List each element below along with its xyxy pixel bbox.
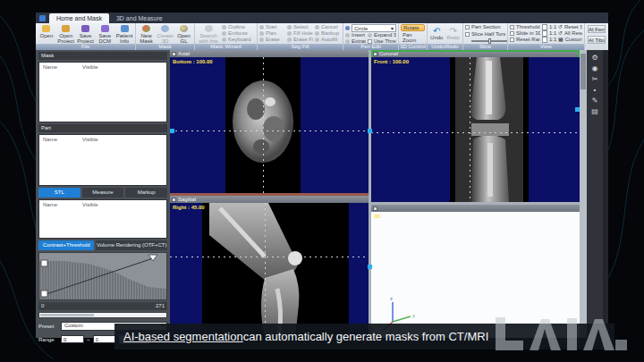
coronal-crosshair-vertical (470, 57, 470, 202)
tab-measure[interactable]: Measure (82, 188, 124, 198)
tab-volume-rendering[interactable]: Volume Rendering (OTF+CT) (96, 240, 167, 250)
redo-button[interactable]: ↷Redo (447, 27, 460, 40)
slide-in-3d-checkbox[interactable]: Slide in 3D (510, 30, 540, 37)
pen-tool-icon (345, 26, 350, 30)
histogram-scrollbar[interactable] (38, 312, 167, 318)
histogram-bottom-handle[interactable] (41, 290, 47, 297)
ai-femur-button[interactable]: AI Femur (588, 25, 606, 33)
tab-contrast-threshold[interactable]: Contrast+Threshold (38, 240, 94, 250)
outline-button[interactable]: Outline (222, 24, 255, 30)
target-icon[interactable]: ◉ (592, 64, 598, 72)
sagittal-crosshair-vertical (265, 203, 266, 338)
save-project-button[interactable]: Save Project (77, 24, 95, 43)
slider-thumb[interactable] (488, 38, 491, 44)
ai-tibia-button[interactable]: AI Tibia (588, 36, 606, 44)
threshold-checkbox[interactable]: Threshold (510, 24, 540, 30)
custom-toolbar-button[interactable]: ▦Custom Toolbar (558, 37, 582, 43)
viewport-axial[interactable]: Axial Bottom : 100.00 (170, 50, 369, 193)
group-label-mask: Mask (136, 44, 194, 50)
shape-dropdown[interactable]: Circle▾ (352, 24, 396, 32)
zoom-button[interactable]: Zoom (401, 38, 425, 43)
plan-button[interactable]: Plan (259, 30, 285, 37)
emboss-button[interactable]: Emboss (222, 30, 255, 37)
open-button[interactable]: Open (38, 24, 55, 43)
cancel-button[interactable]: Cancel (315, 24, 341, 30)
histogram-left-handle[interactable] (41, 260, 47, 266)
slice-half-tone-checkbox[interactable]: Slice Half Tone (465, 31, 505, 38)
cut-icon[interactable]: ✂ (592, 75, 598, 83)
expand-slice-button[interactable]: Expand Slice (368, 32, 396, 38)
all-reset-button[interactable]: ↺All Reset (558, 30, 582, 37)
scale-max: 271 (156, 302, 165, 310)
pan-button[interactable]: Pan (401, 31, 425, 37)
histogram-top-handle[interactable] (148, 255, 157, 261)
histogram-canvas[interactable] (38, 252, 167, 300)
axis-z-label: z (390, 296, 393, 301)
tab-markup[interactable]: Markup (125, 188, 167, 198)
stl-list[interactable]: NameVisible (38, 199, 167, 239)
slice-handle-lower[interactable] (368, 265, 372, 269)
part-section-checkbox[interactable]: Part Section (465, 24, 505, 30)
viewport-sagittal[interactable]: Sagittal Right : 45.00 (170, 196, 369, 338)
erase-button[interactable]: Erase (259, 37, 285, 43)
slice-handle-right[interactable] (575, 107, 580, 112)
viewport-coronal[interactable]: Coronal Front : 100.00 (371, 50, 580, 202)
tab-3d-and-measure[interactable]: 3D and Measure (109, 13, 170, 23)
point-icon[interactable]: • (594, 86, 597, 94)
half-tone-slider[interactable] (471, 40, 507, 42)
horizontal-splitter-right[interactable] (371, 202, 580, 205)
part-list[interactable]: NameVisible (38, 134, 167, 186)
undo-arrow-icon: ↶ (433, 27, 440, 35)
save-dcm-button[interactable]: Save DCM (96, 24, 114, 43)
ribbon: Open Open Project Save Project Save DCM … (36, 23, 608, 50)
ratio-1-1-b-button[interactable]: 1:1 (542, 30, 556, 37)
backup-button[interactable]: Backup (315, 30, 341, 37)
autofill-icon (315, 38, 319, 42)
start-button[interactable]: Start (259, 24, 285, 30)
reset-range-checkbox[interactable]: Reset Range (510, 37, 540, 43)
scrollbar-thumb[interactable] (40, 314, 94, 316)
erase-fill-icon (287, 38, 292, 42)
preset-label: Preset (38, 324, 58, 329)
right-scrollbar-thumb[interactable] (580, 54, 586, 89)
select-button[interactable]: Select (287, 24, 313, 30)
search-with-this-button[interactable]: Search with this (197, 24, 220, 43)
open-project-button[interactable]: Open Project (57, 24, 75, 43)
report-icon[interactable]: ▤ (591, 107, 598, 115)
open-gl-button[interactable]: Open GL (175, 24, 192, 43)
mask-list[interactable]: NameVisible (38, 62, 167, 122)
ribbon-group-view: Threshold Slide in 3D Reset Range 1:1 1:… (508, 23, 585, 50)
erase-icon (259, 38, 264, 42)
vertical-splitter[interactable] (369, 50, 371, 338)
fill-hole-icon (287, 31, 292, 36)
reset-splitter-pos-button[interactable]: ↺Reset Splitter Pos (558, 24, 582, 30)
insert-button[interactable]: Insert (345, 32, 366, 38)
ratio-1-1-button[interactable]: 1:1 (542, 24, 556, 30)
new-mask-button[interactable]: New Mask (138, 24, 155, 43)
keyboard-button[interactable]: Keyboard (222, 37, 255, 43)
create-3d-button[interactable]: Create 3D (157, 24, 174, 43)
ratio-1-1-1-1-button[interactable]: 1:1:1:1 (542, 37, 556, 43)
settings-icon[interactable]: ⚙ (591, 54, 597, 62)
undo-button[interactable]: ↶Undo (430, 27, 443, 40)
viewport-sagittal-title: Sagittal (178, 196, 196, 203)
fill-hole-button[interactable]: Fill Hole (287, 30, 313, 37)
patient-info-button[interactable]: Patient Info (115, 24, 133, 43)
group-label-undo: Undo/Redo (428, 44, 462, 50)
range-from-input[interactable] (61, 335, 84, 343)
rotate-button[interactable]: Rotate (401, 24, 425, 31)
sagittal-position-label: Right : 45.00 (173, 205, 205, 210)
right-scrollbar[interactable] (580, 50, 587, 338)
sagittal-image (202, 203, 349, 338)
range-to-input[interactable] (93, 335, 116, 343)
tab-home-and-mask[interactable]: Home and Mask (49, 13, 109, 23)
erase-fill-button[interactable]: Erase Fill (287, 37, 313, 43)
horizontal-splitter-left[interactable] (170, 193, 369, 196)
tab-stl[interactable]: STL (38, 188, 80, 198)
select-icon (287, 25, 292, 29)
autofill-button[interactable]: Autofill (315, 37, 341, 43)
slice-handle-left[interactable] (170, 129, 174, 133)
slice-handle-center[interactable] (368, 129, 372, 133)
page-icon (542, 37, 547, 43)
pen-icon[interactable]: ✎ (592, 97, 598, 105)
